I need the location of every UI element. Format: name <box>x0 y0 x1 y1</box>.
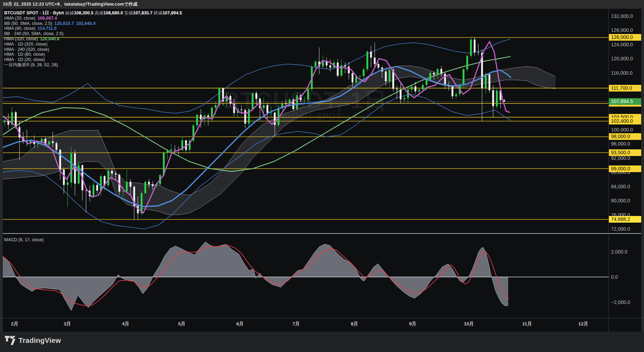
symbol-legend-row[interactable]: BTCUSDT SPOT · 1日 · Bybit 始値108,300.5 高値… <box>4 11 182 16</box>
candle-body <box>496 90 498 106</box>
indicator-row[interactable]: HMA (320, close)120,640.6 <box>4 36 182 42</box>
candle-body <box>115 174 117 175</box>
candle-body <box>366 52 368 69</box>
candle-body <box>167 151 168 153</box>
price-level-badge: 111,700.0 <box>609 85 641 92</box>
symbol-title: BTCUSDT SPOT · 1日 · Bybit <box>4 11 64 15</box>
month-label[interactable]: 12月 <box>578 321 589 327</box>
candle-body <box>59 150 61 170</box>
candle-body <box>374 57 376 64</box>
candle-body <box>4 120 6 122</box>
candle-body <box>466 56 468 69</box>
tradingview-logo[interactable]: TradingView <box>5 336 61 345</box>
candle-body <box>370 52 372 57</box>
indicator-label: HMA · 1D (320, close) <box>4 42 47 47</box>
indicator-row[interactable]: HMA (20, close)106,007.4 <box>4 16 182 21</box>
candle-body <box>48 141 50 144</box>
indicator-row[interactable]: 一目均衡表® (9, 26, 52, 26) <box>4 62 182 68</box>
month-label[interactable]: 8月 <box>351 321 358 327</box>
candle-body <box>255 93 257 99</box>
candle-body <box>170 149 172 151</box>
tradingview-logo-text: TradingView <box>19 337 61 345</box>
plot-area[interactable] <box>3 37 609 311</box>
candle-body <box>111 171 113 174</box>
candle-body <box>252 93 253 109</box>
footer-bar: TradingView <box>0 332 644 352</box>
price-level-badge: 93,500.0 <box>609 149 641 156</box>
candle-body <box>337 63 339 76</box>
indicator-row[interactable]: HMA · 240 (320, close) <box>4 47 182 52</box>
candle-body <box>414 86 416 91</box>
macd-outline <box>3 242 508 311</box>
macd-tick-label: −2,000.0 <box>611 299 630 305</box>
candle-body <box>215 105 217 108</box>
price-level-badge: 74,688.2 <box>609 216 641 223</box>
candle-body <box>348 67 350 73</box>
candle-body <box>274 113 275 125</box>
candle-body <box>474 40 476 52</box>
candle-body <box>352 73 353 82</box>
indicator-row[interactable]: HMA (80, close)114,711.0 <box>4 26 182 31</box>
candle-body <box>440 69 442 74</box>
indicator-row[interactable]: HMA · 1D (320, close) <box>4 42 182 47</box>
month-label[interactable]: 9月 <box>409 321 416 327</box>
price-tick-label: 84,000.0 <box>611 184 630 189</box>
candle-body <box>389 70 390 81</box>
candle-body <box>96 185 98 191</box>
month-label[interactable]: 5月 <box>178 321 185 327</box>
tradingview-chart-screenshot: 10月 22, 2025 12:23 UTC+9、takatabaがTradin… <box>0 0 644 352</box>
candle-body <box>422 85 424 89</box>
candle-body <box>174 149 176 150</box>
candle-body <box>52 141 54 143</box>
indicator-row[interactable]: BB (50, SMA, close, 2.5)125,610.7102,640… <box>4 21 182 26</box>
candle-body <box>70 154 72 183</box>
indicator-row[interactable]: HMA · 1D (20, close) <box>4 57 182 62</box>
month-label[interactable]: 11月 <box>522 321 532 327</box>
candle-body <box>330 66 331 68</box>
indicator-value: 120,640.6 <box>40 36 60 41</box>
candle-body <box>378 64 379 68</box>
month-label[interactable]: 10月 <box>464 321 474 327</box>
candle-body <box>426 80 427 85</box>
indicator-label: HMA · 1D (80, close) <box>4 52 45 57</box>
indicator-value: 114,711.0 <box>38 26 57 31</box>
candle-body <box>363 69 364 76</box>
indicator-row[interactable]: BB · 240 (50, SMA, close, 2.5) <box>4 31 182 36</box>
macd-legend[interactable]: MACD (9, 17, close) <box>4 237 44 242</box>
candle-body <box>200 115 202 119</box>
candle-body <box>489 74 490 90</box>
time-axis-border <box>0 318 644 318</box>
candle-body <box>263 105 265 108</box>
price-tick-label: 120,000.0 <box>611 56 633 61</box>
candle-body <box>126 182 128 191</box>
candle-body <box>314 61 316 67</box>
candle-body <box>270 113 272 113</box>
candle-body <box>492 90 494 106</box>
indicator-legend[interactable]: BTCUSDT SPOT · 1日 · Bybit 始値108,300.5 高値… <box>4 11 182 68</box>
month-label[interactable]: 7月 <box>292 321 300 327</box>
candle-body <box>107 171 109 185</box>
candle-body <box>55 143 57 150</box>
candle-body <box>141 193 142 214</box>
month-label[interactable]: 6月 <box>236 321 244 327</box>
candle-body <box>100 176 102 190</box>
indicator-row[interactable]: HMA · 1D (80, close) <box>4 52 182 57</box>
current-price-badge: 107,894.5 <box>609 98 641 105</box>
candle-body <box>418 89 420 91</box>
price-tick-label: 132,000.0 <box>611 13 633 19</box>
candle-body <box>429 73 431 80</box>
candle-body <box>359 76 361 76</box>
candle-body <box>470 40 472 56</box>
candle-body <box>396 89 398 89</box>
candle-body <box>452 86 453 96</box>
indicator-label: HMA · 1D (20, close) <box>4 57 45 62</box>
month-label[interactable]: 4月 <box>122 321 129 327</box>
candle-body <box>122 191 124 192</box>
macd-area <box>3 242 508 311</box>
month-label[interactable]: 3月 <box>64 321 71 327</box>
price-tick-label: 80,000.0 <box>611 198 630 203</box>
month-label[interactable]: 2月 <box>11 321 18 327</box>
right-scrollbar-gutter <box>641 9 644 332</box>
price-level-badge: 102,400.0 <box>609 118 641 124</box>
candle-body <box>148 182 150 184</box>
